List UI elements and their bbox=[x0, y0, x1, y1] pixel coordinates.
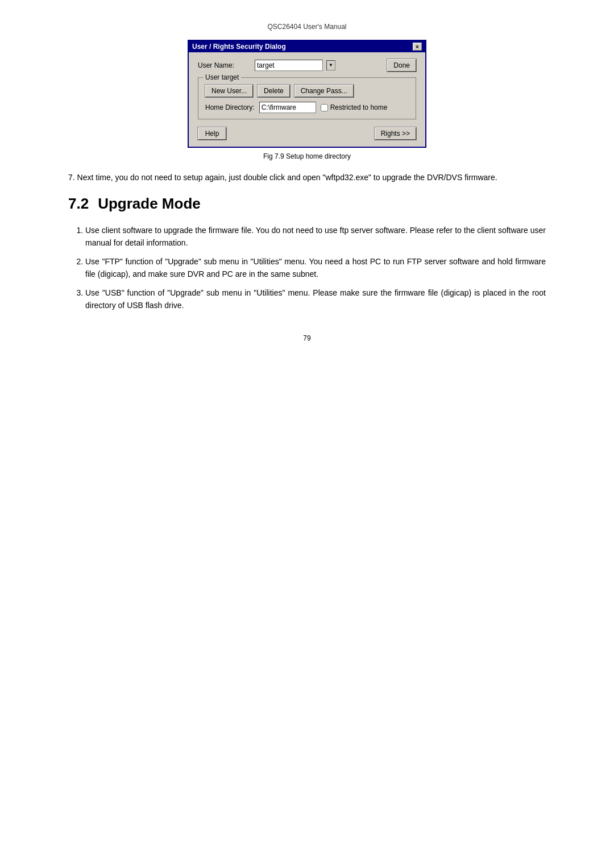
username-row: User Name: ▼ Done bbox=[198, 59, 416, 72]
group-box-content: New User... Delete Change Pass... Home D… bbox=[205, 85, 409, 113]
security-dialog: User / Rights Security Dialog × User Nam… bbox=[188, 40, 426, 148]
dialog-close-button[interactable]: × bbox=[413, 43, 422, 51]
home-directory-input[interactable] bbox=[259, 102, 316, 113]
list-item: Use "FTP" function of "Upgrade" sub menu… bbox=[85, 255, 546, 281]
dialog-footer: Help Rights >> bbox=[198, 125, 416, 140]
dialog-titlebar: User / Rights Security Dialog × bbox=[189, 41, 425, 52]
done-button[interactable]: Done bbox=[387, 59, 416, 72]
action-buttons-row: New User... Delete Change Pass... bbox=[205, 85, 409, 97]
numbered-list: Use client software to upgrade the firmw… bbox=[68, 224, 546, 312]
figure-caption: Fig 7.9 Setup home directory bbox=[45, 152, 569, 160]
section-title: Upgrade Mode bbox=[98, 195, 201, 213]
paragraph-1: 7. Next time, you do not need to setup a… bbox=[68, 172, 546, 184]
home-dir-row: Home Directory: Restricted to home bbox=[205, 102, 409, 113]
username-input[interactable] bbox=[255, 60, 323, 71]
home-directory-label: Home Directory: bbox=[205, 103, 255, 111]
list-item: Use "USB" function of "Upgrade" sub menu… bbox=[85, 286, 546, 312]
delete-button[interactable]: Delete bbox=[258, 85, 290, 97]
username-input-group: ▼ Done bbox=[255, 59, 416, 72]
group-box-legend: User target bbox=[203, 73, 241, 81]
user-group-box: User target New User... Delete Change Pa… bbox=[198, 77, 416, 119]
main-content: 7. Next time, you do not need to setup a… bbox=[45, 172, 569, 312]
restricted-label: Restricted to home bbox=[321, 103, 388, 111]
page-number: 79 bbox=[45, 334, 569, 342]
section-header: 7.2 Upgrade Mode bbox=[68, 195, 546, 213]
change-pass-button[interactable]: Change Pass... bbox=[294, 85, 354, 97]
rights-button[interactable]: Rights >> bbox=[375, 127, 416, 140]
dialog-container: User / Rights Security Dialog × User Nam… bbox=[45, 40, 569, 148]
username-dropdown-arrow[interactable]: ▼ bbox=[326, 60, 335, 70]
dialog-body: User Name: ▼ Done User target New User..… bbox=[189, 52, 425, 147]
help-button[interactable]: Help bbox=[198, 127, 226, 140]
dialog-title: User / Rights Security Dialog bbox=[192, 43, 286, 51]
username-label: User Name: bbox=[198, 61, 255, 69]
page-header: QSC26404 User's Manual bbox=[45, 23, 569, 31]
section-number: 7.2 bbox=[68, 195, 89, 213]
restricted-text: Restricted to home bbox=[330, 103, 388, 111]
new-user-button[interactable]: New User... bbox=[205, 85, 253, 97]
restricted-checkbox[interactable] bbox=[321, 104, 328, 111]
list-item: Use client software to upgrade the firmw… bbox=[85, 224, 546, 250]
